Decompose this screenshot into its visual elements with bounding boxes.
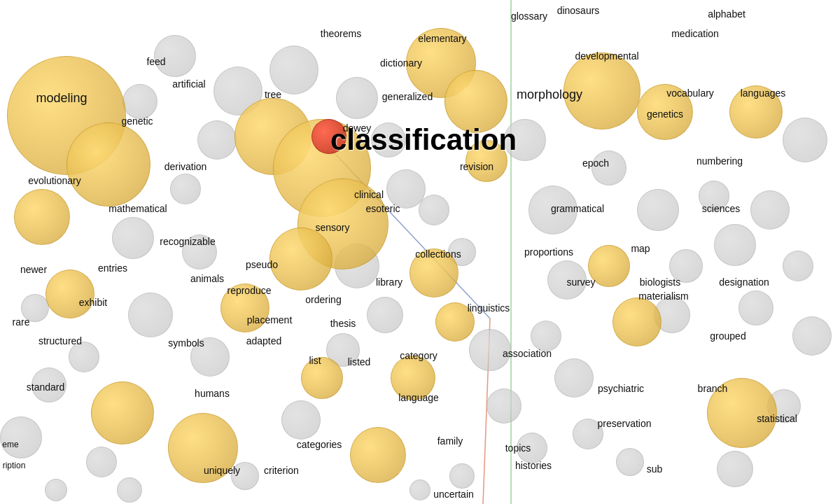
gray-bubble [419,195,449,225]
gray-bubble [367,297,403,333]
word-label: derivation [164,161,207,172]
gray-bubble [45,479,67,501]
gold-bubble [564,52,640,130]
gray-bubble [469,329,511,371]
word-label: dinosaurs [557,5,600,16]
gray-bubble [371,122,406,158]
word-label: designation [719,276,769,288]
word-label: numbering [696,155,743,167]
red-bubble [312,119,346,154]
gray-bubble [281,400,321,440]
gray-bubble [669,249,703,283]
gold-bubble [66,122,150,206]
gray-bubble [783,118,827,162]
gray-bubble [128,293,173,337]
gray-bubble [170,174,201,204]
word-label: linguistics [468,302,510,314]
gray-bubble [714,224,756,266]
gold-bubble [729,85,783,139]
gold-bubble [612,298,662,346]
gray-bubble [231,462,259,490]
word-label: preservation [597,418,651,429]
word-label: newer [20,264,47,275]
gold-bubble [588,245,630,287]
gray-bubble [31,368,66,402]
gray-bubble [69,342,99,372]
gray-bubble [792,316,832,356]
word-label: thesis [330,318,356,329]
gold-bubble [46,270,94,318]
gray-bubble [573,419,603,449]
word-label: criterion [264,465,299,476]
word-label: animals [190,273,224,284]
gold-bubble [444,70,507,133]
gray-bubble [117,477,142,503]
word-label: humans [195,388,230,399]
gray-bubble [531,321,561,351]
gold-bubble [391,356,435,400]
gray-bubble [182,234,217,270]
gray-bubble [486,388,522,424]
word-label: map [631,243,650,254]
gray-bubble [699,181,729,211]
gold-bubble [350,427,406,483]
gray-bubble [197,120,237,160]
gray-bubble [0,416,42,458]
gold-bubble [637,84,693,140]
gray-bubble [112,217,154,259]
gray-bubble [528,186,578,234]
word-label: ription [3,461,26,470]
word-label: glossary [511,10,547,22]
word-label: psychiatric [598,383,644,394]
gray-bubble [717,451,753,487]
gray-bubble [517,433,547,463]
gray-bubble [270,46,318,94]
gray-bubble [616,448,644,476]
word-label: alphabet [708,8,746,20]
word-label: adapted [246,335,282,346]
gold-bubble [410,248,458,298]
word-label: categories [297,439,342,450]
gray-bubble [504,119,546,161]
gold-bubble [91,382,154,444]
gray-bubble [122,84,158,119]
gray-bubble [86,447,117,477]
gold-bubble [301,357,343,399]
word-label: family [438,435,463,447]
word-label: sub [647,463,663,475]
gray-bubble [449,463,475,489]
gray-bubble [554,358,594,398]
gold-bubble [220,284,270,332]
word-label: grouped [710,330,746,342]
gold-bubble [14,189,70,245]
gray-bubble [547,260,587,300]
gray-bubble [336,77,378,119]
word-label: entries [98,262,127,274]
gray-bubble [750,190,790,230]
word-label: theorems [321,28,361,39]
word-label: proportions [524,246,573,258]
gray-bubble [738,290,774,326]
gold-bubble [465,140,507,182]
word-label: artificial [172,78,205,90]
visualization-canvas: classificationtheoremsdictionaryelementa… [0,0,840,504]
gray-bubble [154,35,196,77]
gray-bubble [410,479,430,500]
word-label: library [376,276,402,288]
gray-bubble [783,251,813,281]
gold-bubble [707,378,777,448]
gray-bubble [592,150,626,186]
gold-bubble [270,227,332,290]
word-label: medication [671,28,719,39]
gray-bubble [190,337,230,377]
gray-bubble [637,189,679,231]
word-label: uncertain [433,489,474,500]
gold-bubble [168,413,238,483]
gold-bubble [435,302,475,342]
word-label: ordering [305,294,341,305]
gray-bubble [21,294,49,322]
